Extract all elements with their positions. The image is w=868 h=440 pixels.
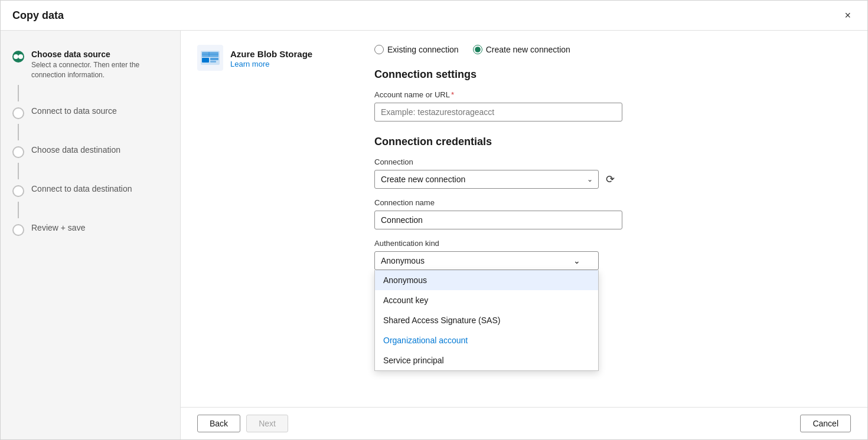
connector-icon <box>197 45 223 73</box>
auth-option-sas[interactable]: Shared Access Signature (SAS) <box>375 310 598 330</box>
auth-option-service-principal[interactable]: Service principal <box>375 350 598 370</box>
step-circle-choose-data-destination <box>12 146 24 158</box>
auth-kind-dropdown-menu: Anonymous Account key Shared Access Sign… <box>374 270 599 371</box>
step-label-connect-to-data-destination: Connect to data destination <box>31 184 132 193</box>
auth-option-org-account[interactable]: Organizational account <box>375 330 598 350</box>
connector-panel: Azure Blob Storage Learn more <box>197 45 351 393</box>
auth-option-account-key[interactable]: Account key <box>375 290 598 310</box>
auth-kind-dropdown-wrapper: Anonymous ⌄ Anonymous Account key Shared… <box>374 251 599 270</box>
sidebar-item-connect-to-data-source[interactable]: Connect to data source <box>12 101 168 124</box>
dialog-title: Copy data <box>12 9 64 22</box>
existing-connection-radio[interactable] <box>374 45 384 54</box>
new-connection-label: Create new connection <box>486 45 570 54</box>
form-panel: Existing connection Create new connectio… <box>374 45 851 393</box>
auth-kind-chevron-icon: ⌄ <box>573 256 580 265</box>
step-text-choose-data-source: Choose data source Select a connector. T… <box>31 50 168 80</box>
content-main: Azure Blob Storage Learn more Existing c… <box>181 31 867 407</box>
connection-select-row: Create new connection ⌄ ⟳ <box>374 170 851 189</box>
step-circle-review-save <box>12 224 24 236</box>
connection-credentials-title: Connection credentials <box>374 136 851 148</box>
auth-kind-field-group: Authentication kind Anonymous ⌄ Anonymou… <box>374 239 851 270</box>
next-button: Next <box>246 415 288 432</box>
refresh-connection-button[interactable]: ⟳ <box>603 172 617 187</box>
step-label-review-save: Review + save <box>31 223 85 232</box>
back-button[interactable]: Back <box>197 415 240 432</box>
connector-name: Azure Blob Storage <box>230 49 312 59</box>
step-circle-connect-to-data-source <box>12 107 24 119</box>
step-connector-1 <box>18 85 19 101</box>
auth-option-anonymous[interactable]: Anonymous <box>375 270 598 290</box>
step-connector-4 <box>18 202 19 218</box>
existing-connection-label: Existing connection <box>387 45 459 54</box>
dialog-footer: Back Next Cancel <box>181 407 867 439</box>
connection-label: Connection <box>374 157 851 166</box>
step-label-choose-data-source: Choose data source <box>31 50 168 59</box>
new-connection-radio[interactable] <box>473 45 482 54</box>
sidebar: Choose data source Select a connector. T… <box>1 31 181 439</box>
step-label-choose-data-destination: Choose data destination <box>31 145 120 155</box>
account-name-input[interactable] <box>374 103 622 122</box>
step-circle-choose-data-source <box>12 51 24 63</box>
auth-kind-value: Anonymous <box>381 256 425 265</box>
refresh-icon: ⟳ <box>606 173 615 185</box>
svg-rect-3 <box>202 58 209 63</box>
connection-select[interactable]: Create new connection <box>374 170 599 189</box>
connection-field-group: Connection Create new connection ⌄ ⟳ <box>374 157 851 189</box>
close-button[interactable]: × <box>840 8 856 23</box>
required-asterisk: * <box>451 90 454 99</box>
svg-rect-5 <box>210 61 216 63</box>
account-name-field-group: Account name or URL* <box>374 90 851 122</box>
sidebar-item-review-save[interactable]: Review + save <box>12 218 168 241</box>
step-sublabel-choose-data-source: Select a connector. Then enter the conne… <box>31 60 168 80</box>
connection-credentials-section: Connection credentials Connection Create… <box>374 136 851 270</box>
connector-info: Azure Blob Storage Learn more <box>197 45 351 73</box>
auth-kind-label: Authentication kind <box>374 239 851 248</box>
existing-connection-option[interactable]: Existing connection <box>374 45 459 54</box>
connection-type-radio-group: Existing connection Create new connectio… <box>374 45 851 54</box>
svg-rect-4 <box>210 58 218 60</box>
step-label-connect-to-data-source: Connect to data source <box>31 106 117 116</box>
connection-select-wrapper: Create new connection ⌄ <box>374 170 599 189</box>
step-circle-connect-to-data-destination <box>12 185 24 197</box>
new-connection-option[interactable]: Create new connection <box>473 45 570 54</box>
dialog-header: Copy data × <box>1 1 867 31</box>
cancel-button[interactable]: Cancel <box>800 415 851 432</box>
step-connector-2 <box>18 124 19 140</box>
connection-settings-title: Connection settings <box>374 68 851 81</box>
sidebar-item-choose-data-source[interactable]: Choose data source Select a connector. T… <box>12 45 168 85</box>
connection-name-input[interactable] <box>374 211 622 229</box>
main-content: Azure Blob Storage Learn more Existing c… <box>181 31 867 439</box>
connection-name-field-group: Connection name <box>374 198 851 229</box>
sidebar-item-connect-to-data-destination[interactable]: Connect to data destination <box>12 179 168 202</box>
connector-details: Azure Blob Storage Learn more <box>230 49 312 68</box>
copy-data-dialog: Copy data × Choose data source Select a … <box>0 0 868 440</box>
dialog-body: Choose data source Select a connector. T… <box>1 31 867 439</box>
account-name-label: Account name or URL* <box>374 90 851 99</box>
sidebar-item-choose-data-destination[interactable]: Choose data destination <box>12 140 168 163</box>
footer-left-buttons: Back Next <box>197 415 288 432</box>
step-connector-3 <box>18 163 19 179</box>
connector-learn-more-link[interactable]: Learn more <box>230 60 269 68</box>
connection-name-label: Connection name <box>374 198 851 207</box>
auth-kind-select[interactable]: Anonymous ⌄ <box>374 251 599 270</box>
